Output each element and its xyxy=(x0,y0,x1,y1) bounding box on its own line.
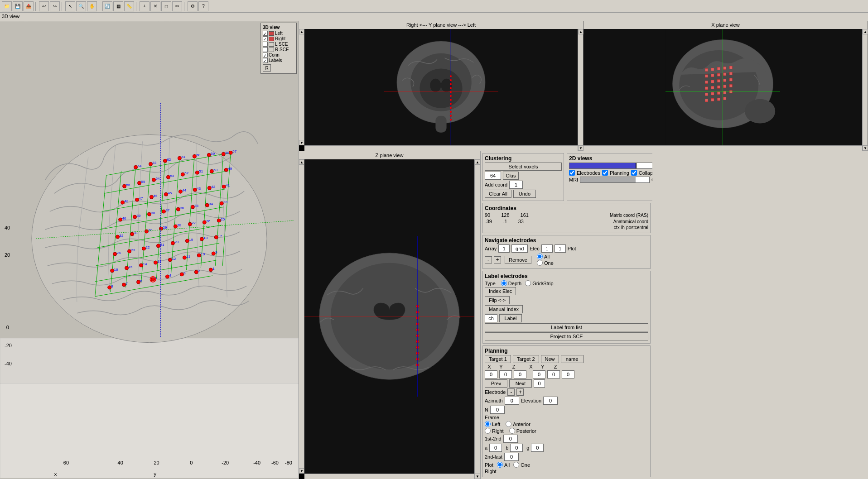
second-last-input[interactable] xyxy=(504,453,519,461)
toolbar-cursor-icon[interactable]: ↖ xyxy=(65,1,75,11)
y-plane-scroll-up[interactable]: ▲ xyxy=(299,29,304,34)
new-btn[interactable]: New xyxy=(541,355,559,363)
3d-view[interactable]: -0 -20 -40 20 40 60 40 20 0 -20 -40 -60 … xyxy=(0,21,299,479)
toolbar-measure-icon[interactable]: 📏 xyxy=(124,1,134,11)
target2-btn[interactable]: Target 2 xyxy=(513,355,539,363)
elec-val-input[interactable] xyxy=(555,244,566,253)
nav-plus-btn[interactable]: + xyxy=(494,256,501,263)
frame-anterior-radio[interactable] xyxy=(506,421,511,427)
toolbar-mesh-icon[interactable]: ▦ xyxy=(113,1,123,11)
y-plane-scroll-down2[interactable]: ▼ xyxy=(578,145,583,151)
gamma-input[interactable] xyxy=(531,444,544,452)
mri-slider[interactable] xyxy=(580,177,650,183)
add-coord-input[interactable] xyxy=(509,181,523,189)
beta-input[interactable] xyxy=(510,444,523,452)
toolbar-clip-icon[interactable]: ✂ xyxy=(172,1,182,11)
overlay-r-button[interactable]: R xyxy=(263,64,271,72)
flip-btn[interactable]: Flip <-> xyxy=(485,296,510,304)
t1-x-input[interactable] xyxy=(485,370,497,378)
y-plane-scroll-up2[interactable]: ▲ xyxy=(578,29,583,34)
x-plane-view[interactable]: X plane view ▲ ▼ xyxy=(583,21,868,151)
toolbar-pan-icon[interactable]: ✋ xyxy=(87,1,97,11)
t2-z-input[interactable] xyxy=(562,370,574,378)
plot-all-radio[interactable] xyxy=(537,254,543,259)
z-scroll-down2[interactable]: ▼ xyxy=(475,474,480,479)
toolbar-select-icon[interactable]: ◻ xyxy=(161,1,171,11)
grid-input[interactable] xyxy=(511,244,528,253)
cluster-size-input[interactable] xyxy=(485,172,501,180)
y-plane-view[interactable]: Right <--- Y plane view ---> Left ▲ ▼ ▲ … xyxy=(299,21,583,151)
region-row: ctx-lh-postcentral xyxy=(485,225,648,230)
label-btn[interactable]: Label xyxy=(499,314,522,322)
app-title: 3D view xyxy=(2,14,19,19)
prev-btn[interactable]: Prev xyxy=(485,379,507,388)
toolbar-zoom-icon[interactable]: 🔍 xyxy=(76,1,86,11)
plot2-one-radio[interactable] xyxy=(513,462,519,468)
elec-num-input[interactable] xyxy=(541,244,553,253)
frame-left-radio[interactable] xyxy=(485,421,491,427)
toolbar-save-icon[interactable]: 💾 xyxy=(13,1,23,11)
overlay-right-checkbox[interactable] xyxy=(263,36,268,41)
grid-strip-radio[interactable] xyxy=(525,280,531,286)
project-sce-btn[interactable]: Project to SCE xyxy=(485,332,648,340)
svg-point-77 xyxy=(164,192,168,196)
next-btn[interactable]: Next xyxy=(509,379,532,388)
target1-btn[interactable]: Target 1 xyxy=(485,355,511,363)
collapse-checkbox[interactable] xyxy=(631,170,637,176)
plot2-all-radio[interactable] xyxy=(497,462,503,468)
alpha-input[interactable] xyxy=(489,444,502,452)
t2-y-input[interactable] xyxy=(547,370,560,378)
select-voxels-btn[interactable]: Select voxels xyxy=(485,163,562,171)
label-from-list-btn[interactable]: Label from list xyxy=(485,323,648,331)
overlay-conn-checkbox[interactable] xyxy=(263,53,268,57)
elec-minus-btn[interactable]: - xyxy=(507,388,515,396)
z-scroll-down[interactable]: ▼ xyxy=(299,468,304,474)
x-scroll-up[interactable]: ▲ xyxy=(863,29,868,34)
t1-y-input[interactable] xyxy=(499,370,512,378)
t2-x-input[interactable] xyxy=(533,370,545,378)
toolbar-rotate-icon[interactable]: 🔄 xyxy=(102,1,112,11)
toolbar-redo-icon[interactable]: ↪ xyxy=(50,1,60,11)
z-plane-view[interactable]: Z plane view ▲ ▼ ▲ ▼ xyxy=(299,151,480,479)
toolbar-open-icon[interactable]: 📁 xyxy=(2,1,12,11)
overlay-labels-checkbox[interactable] xyxy=(263,58,268,63)
first-second-input[interactable] xyxy=(503,435,518,443)
frame-posterior-radio[interactable] xyxy=(509,428,515,434)
clear-undo-row: Clear All Undo xyxy=(485,190,562,198)
toolbar-add-icon[interactable]: + xyxy=(140,1,149,11)
z-scroll-up[interactable]: ▲ xyxy=(299,159,304,165)
toolbar-settings-icon[interactable]: ⚙ xyxy=(188,1,198,11)
frame-right-radio[interactable] xyxy=(485,428,491,434)
toolbar-help-icon[interactable]: ? xyxy=(198,1,208,11)
depth-radio[interactable] xyxy=(501,280,507,286)
array-input[interactable] xyxy=(498,244,510,253)
n-input[interactable] xyxy=(490,406,505,414)
remove-btn[interactable]: Remove xyxy=(505,256,531,264)
azimuth-input[interactable] xyxy=(505,397,519,405)
toolbar-delete-icon[interactable]: ✕ xyxy=(150,1,160,11)
z-scroll-up2[interactable]: ▲ xyxy=(475,159,480,165)
views2d-slider[interactable] xyxy=(569,163,652,169)
toolbar-undo-icon[interactable]: ↩ xyxy=(39,1,49,11)
manual-index-btn[interactable]: Manual Index xyxy=(485,305,523,313)
overlay-lsce-checkbox[interactable] xyxy=(263,42,268,47)
electrodes-checkbox[interactable] xyxy=(569,170,575,176)
toolbar-export-icon[interactable]: 📤 xyxy=(24,1,34,11)
nav-minus-btn[interactable]: - xyxy=(485,256,492,263)
elevation-input[interactable] xyxy=(543,397,558,405)
planning-checkbox[interactable] xyxy=(602,170,608,176)
ch-input[interactable] xyxy=(485,314,497,322)
clus-btn[interactable]: Clus xyxy=(503,172,519,180)
clear-all-btn[interactable]: Clear All xyxy=(485,190,511,198)
elec-plus-btn[interactable]: + xyxy=(516,388,524,396)
plot-one-radio[interactable] xyxy=(537,260,543,266)
plan-counter-input[interactable] xyxy=(534,379,545,388)
name-btn[interactable]: name xyxy=(561,355,583,363)
t1-z-input[interactable] xyxy=(514,370,526,378)
undo-btn[interactable]: Undo xyxy=(513,190,536,198)
x-scroll-down[interactable]: ▼ xyxy=(863,145,868,151)
overlay-rsce-checkbox[interactable] xyxy=(263,47,268,52)
index-elec-btn[interactable]: Index Elec xyxy=(485,287,516,295)
overlay-left-checkbox[interactable] xyxy=(263,31,268,36)
y-plane-scroll-down[interactable]: ▼ xyxy=(299,140,304,145)
